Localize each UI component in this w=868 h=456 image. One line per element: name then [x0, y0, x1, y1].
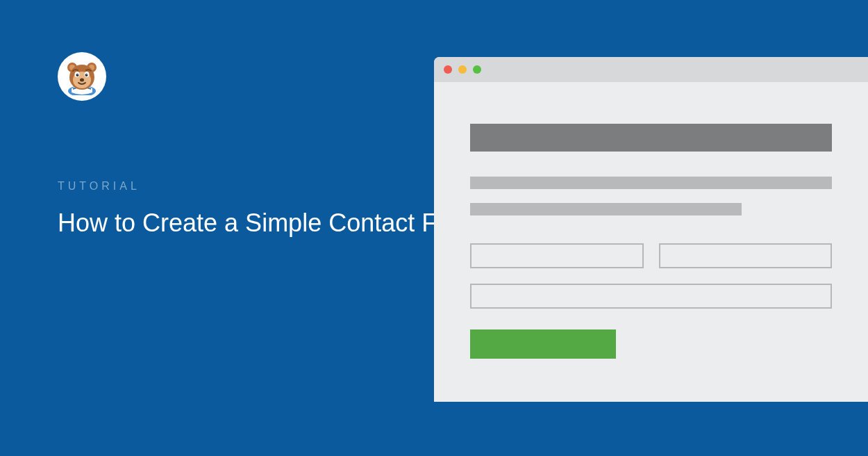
svg-point-9 — [76, 74, 79, 76]
input-field-full — [470, 284, 832, 309]
svg-point-10 — [85, 74, 88, 76]
form-mockup — [434, 82, 868, 359]
maximize-icon — [473, 65, 481, 74]
text-placeholder-line2 — [470, 203, 742, 215]
heading-placeholder — [470, 124, 832, 152]
svg-point-12 — [86, 74, 87, 75]
svg-point-13 — [80, 79, 84, 82]
bear-mascot-icon — [63, 58, 101, 95]
window-titlebar — [434, 57, 868, 82]
brand-logo — [58, 52, 106, 101]
text-placeholder-line1 — [470, 177, 832, 189]
input-field-right — [659, 243, 833, 268]
svg-point-11 — [77, 74, 78, 75]
close-icon — [444, 65, 452, 74]
submit-button-placeholder — [470, 329, 616, 359]
browser-window-mockup — [434, 57, 868, 402]
input-field-left — [470, 243, 644, 268]
minimize-icon — [458, 65, 467, 74]
